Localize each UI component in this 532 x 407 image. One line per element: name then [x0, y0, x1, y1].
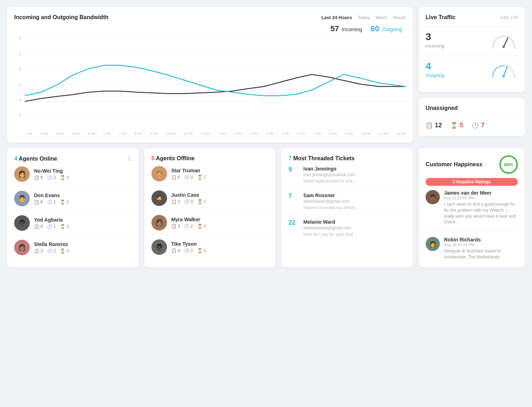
svg-point-11: [503, 75, 505, 77]
agent-name: Justin Case: [171, 192, 269, 198]
bottom-row: 4 Agents Online ⊻ 👩 No-Wei Ting 📋8 🕐2 ⏳0…: [7, 148, 413, 267]
clock-icon: 🕐: [184, 224, 189, 229]
agents-offline-card: 5 Agents Offline 👩🏼 Star Truman 📋6 🕐0 ⏳2…: [144, 148, 276, 267]
agent-stats: 📋8 🕐2 ⏳0: [34, 175, 132, 180]
agent-avatar: 👩🏽: [151, 215, 167, 230]
clock-icon: 🕐: [184, 248, 189, 253]
outgoing-count: 4: [426, 61, 444, 72]
outgoing-info: 4 Outgoing: [426, 61, 444, 78]
happiness-feedback: 👨🏾 James van der Meer Aug 21 11:03 AM I …: [426, 190, 518, 260]
agent-info: Yod Agbaria 📋4 🕐1 ⏳0: [34, 217, 132, 229]
right-bottom: Customer Happiness 88% 3 Negative Rating…: [419, 148, 525, 267]
ticket-preview: How do I pay for apps that...: [303, 232, 406, 237]
agent-row: 👩 No-Wei Ting 📋8 🕐2 ⏳0: [14, 162, 132, 186]
ticket-info: Ivan Jennings ivan.jennings@outlook.com …: [303, 166, 406, 184]
tickets-title: 7 Most Threaded Tickets: [288, 155, 406, 162]
incoming-gauge: 0 10: [489, 31, 518, 49]
filter-month[interactable]: Month: [393, 15, 406, 20]
x-axis-labels: 1 AM 2 AM 3 AM 4 AM 5 AM 6 AM 7 AM 8 AM …: [25, 132, 406, 135]
negative-ratings-badge: 3 Negative Ratings: [426, 178, 518, 186]
ticket-count: 7: [288, 193, 298, 200]
bandwidth-title: Incoming and Outgoing Bandwidth: [14, 14, 109, 21]
agent-row: 🧔 Justin Case 📋2 🕐0 ⏳1: [151, 186, 269, 211]
live-traffic-card: Live Traffic Last 1 Hr 3 Incoming: [419, 7, 525, 92]
clipboard-icon: 📋: [34, 224, 39, 229]
outgoing-label: Outgoing: [426, 73, 444, 78]
ticket-email: ivan.jennings@outlook.com: [303, 172, 406, 177]
clock-icon: 🕐: [47, 224, 52, 229]
agents-offline-header: 5 Agents Offline: [151, 155, 269, 162]
ticket-name: Sam Rossner: [303, 193, 406, 198]
agent-name: Star Truman: [171, 168, 269, 173]
clipboard-icon: 📋: [34, 200, 39, 205]
agent-row: 👩🏽 Stella Ramirez 📋3 🕐2 ⏳0: [14, 235, 132, 260]
bandwidth-card: Incoming and Outgoing Bandwidth Last 24 …: [7, 7, 413, 143]
clipboard-icon: 📋: [171, 248, 177, 253]
legend-incoming: 57 Incoming: [331, 24, 362, 33]
incoming-gauge-row: 3 Incoming 0 10: [426, 31, 518, 49]
hourglass-icon: ⏳: [197, 175, 203, 180]
ticket-name: Ivan Jennings: [303, 166, 406, 172]
time-filters: Last 24 Hours Today Week Month: [321, 15, 406, 20]
agent-info: Tike Tyson 📋4 🕐2 ⏳0: [171, 241, 269, 253]
agent-name: No-Wei Ting: [34, 168, 132, 174]
clipboard-icon: 📋: [34, 249, 39, 253]
svg-line-6: [504, 38, 508, 47]
clock-icon: 🕐: [184, 199, 189, 204]
clock-icon: 🕐: [184, 175, 189, 180]
agent-stats: 📋3 🕐2 ⏳0: [34, 249, 132, 253]
feedback-text: I can't seem to find a good enough fix f…: [444, 201, 518, 225]
filter-week[interactable]: Week: [376, 15, 387, 20]
filter-today[interactable]: Today: [358, 15, 370, 20]
agent-avatar: 👨: [14, 191, 30, 206]
incoming-gauge-section: 3 Incoming 0 10: [426, 31, 518, 49]
agent-avatar: 👩: [14, 166, 30, 182]
agent-info: No-Wei Ting 📋8 🕐2 ⏳0: [34, 168, 132, 180]
chart-legend: 57 Incoming 60 Outgoing: [14, 24, 406, 33]
feedback-row: 👩 Robin Richards Aug 28 10:24 PM Designe…: [426, 237, 518, 260]
ticket-row: 9 Ivan Jennings ivan.jennings@outlook.co…: [288, 162, 406, 188]
outgoing-gauge-row: 4 Outgoing 0 10: [426, 60, 518, 78]
outgoing-gauge: 0 10: [489, 60, 518, 78]
happiness-badge: 88%: [499, 155, 518, 174]
agent-info: Star Truman 📋6 🕐0 ⏳2: [171, 168, 269, 180]
ticket-name: Melanie Ward: [303, 219, 406, 225]
unassigned-title: Unassigned: [426, 105, 518, 111]
agents-online-title: 4 Agents Online: [14, 156, 57, 162]
happiness-title: Customer Happiness: [426, 161, 482, 168]
svg-point-7: [503, 46, 505, 48]
agents-online-header: 4 Agents Online ⊻: [14, 155, 132, 162]
agents-offline-title: 5 Agents Offline: [151, 155, 195, 162]
agent-avatar: 👩🏽: [14, 240, 30, 255]
y-axis-labels: 5 4 3 2 1 0: [14, 36, 21, 118]
svg-text:10: 10: [514, 46, 516, 49]
agent-stats: 📋3 🕐2 ⏳0: [171, 224, 269, 229]
filter-24h[interactable]: Last 24 Hours: [321, 15, 352, 20]
unassigned-stats: 📋 12 ⏳ 5 🕐 7: [426, 122, 518, 129]
unassigned-stat-2: ⏳ 5: [450, 122, 463, 129]
ticket-preview: Need replacement for sha...: [303, 179, 406, 184]
feedback-avatar: 👩: [426, 237, 440, 251]
incoming-info: 3 Incoming: [426, 31, 444, 49]
clock-icon: 🕐: [47, 200, 52, 205]
hourglass-icon: ⏳: [60, 224, 65, 229]
clipboard-icon: 📋: [171, 175, 177, 180]
feedback-content: James van der Meer Aug 21 11:03 AM I can…: [444, 190, 518, 225]
filter-icon[interactable]: ⊻: [127, 155, 132, 162]
agents-online-list: 👩 No-Wei Ting 📋8 🕐2 ⏳0 👨 Don Evans 📋6 🕐1…: [14, 162, 132, 260]
svg-text:0: 0: [492, 46, 493, 49]
hourglass-icon: ⏳: [450, 122, 458, 129]
bandwidth-header: Incoming and Outgoing Bandwidth Last 24 …: [14, 14, 406, 21]
agent-info: Myra Walker 📋3 🕐2 ⏳0: [171, 217, 269, 229]
live-traffic-subtitle: Last 1 Hr: [500, 15, 518, 20]
feedback-row: 👨🏾 James van der Meer Aug 21 11:03 AM I …: [426, 190, 518, 231]
agent-name: Myra Walker: [171, 217, 269, 222]
agent-row: 👨🏿 Yod Agbaria 📋4 🕐1 ⏳0: [14, 211, 132, 235]
ticket-count: 9: [288, 166, 298, 173]
agent-stats: 📋6 🕐1 ⏳0: [34, 200, 132, 205]
agent-stats: 📋4 🕐1 ⏳0: [34, 224, 132, 229]
unassigned-stat-3: 🕐 7: [472, 122, 484, 129]
agent-avatar: 👨🏿: [151, 239, 167, 255]
agent-row: 👨🏿 Tike Tyson 📋4 🕐2 ⏳0: [151, 235, 269, 259]
agent-name: Tike Tyson: [171, 241, 269, 247]
